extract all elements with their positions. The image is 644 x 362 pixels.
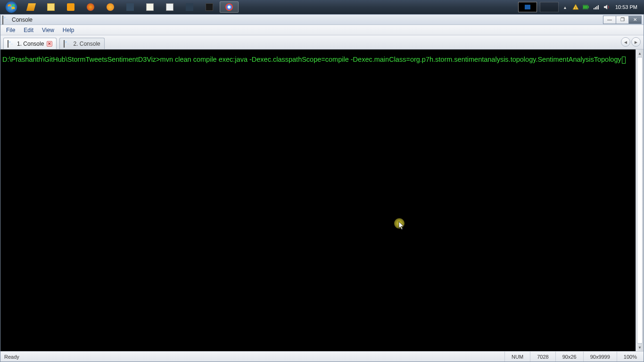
menu-help[interactable]: Help (59, 26, 78, 34)
app-icon (206, 3, 213, 11)
svg-rect-7 (596, 6, 597, 9)
titlebar[interactable]: Console — ❐ ✕ (0, 15, 644, 25)
taskbar-app-explorer[interactable] (41, 1, 60, 13)
console-icon (8, 41, 14, 47)
window-preview-inactive[interactable] (540, 2, 559, 12)
svg-rect-6 (595, 7, 596, 9)
taskbar-app-firefox[interactable] (81, 1, 100, 13)
battery-icon[interactable] (582, 3, 590, 11)
app-icon (26, 3, 36, 11)
menubar: File Edit View Help (0, 25, 644, 35)
terminal-prompt: D:\Prashanth\GitHub\StormTweetsSentiment… (2, 56, 160, 63)
tabbar: 1. Console ✕ 2. Console ◄ ► (0, 35, 644, 49)
tab-label: 1. Console (17, 41, 44, 47)
close-button[interactable]: ✕ (628, 16, 642, 24)
terminal-cursor (622, 57, 626, 64)
taskbar-app-5[interactable] (101, 1, 120, 13)
tab-label: 2. Console (73, 41, 100, 47)
svg-rect-5 (594, 8, 594, 9)
status-zoom: 100% (617, 352, 644, 362)
network-icon[interactable] (593, 3, 600, 11)
menu-view[interactable]: View (38, 26, 58, 34)
terminal-area: D:\Prashanth\GitHub\StormTweetsSentiment… (0, 49, 644, 351)
window-preview-active[interactable] (518, 2, 537, 12)
shield-warning-icon[interactable]: ! (572, 3, 579, 11)
tab-console-1[interactable]: 1. Console ✕ (3, 38, 57, 49)
tab-prev-button[interactable]: ◄ (621, 37, 630, 47)
svg-point-0 (6, 1, 17, 13)
tab-navigation: ◄ ► (621, 37, 641, 47)
system-tray: ▴ ! 10:53 PM (514, 0, 643, 14)
tray-expand-icon[interactable]: ▴ (561, 3, 569, 11)
taskbar-app-1[interactable] (22, 1, 41, 13)
chrome-icon (225, 3, 233, 11)
app-icon (146, 3, 154, 11)
svg-rect-8 (598, 5, 599, 9)
tab-close-icon[interactable]: ✕ (47, 41, 52, 47)
windows-logo-icon (5, 1, 17, 13)
taskbar-app-3[interactable] (61, 1, 80, 13)
taskbar-items (22, 0, 514, 14)
app-icon (67, 3, 74, 11)
scroll-down-icon[interactable]: ▼ (636, 344, 644, 351)
svg-rect-3 (588, 6, 589, 8)
window-title: Console (12, 16, 603, 23)
minimize-button[interactable]: — (603, 16, 616, 24)
scroll-up-icon[interactable]: ▲ (636, 49, 644, 57)
app-icon (107, 3, 114, 11)
system-clock[interactable]: 10:53 PM (613, 4, 639, 10)
menu-file[interactable]: File (2, 26, 19, 34)
tab-next-button[interactable]: ► (631, 37, 641, 47)
console-window: Console — ❐ ✕ File Edit View Help 1. Con… (0, 14, 644, 362)
start-button[interactable] (1, 0, 22, 14)
app-icon (166, 3, 173, 11)
terminal-output[interactable]: D:\Prashanth\GitHub\StormTweetsSentiment… (0, 49, 636, 351)
app-icon (186, 3, 193, 11)
terminal-command: mvn clean compile exec:java -Dexec.class… (160, 56, 621, 63)
taskbar-app-7[interactable] (140, 1, 159, 13)
status-message: Ready (0, 354, 504, 360)
maximize-button[interactable]: ❐ (616, 16, 629, 24)
windows-taskbar: ▴ ! 10:53 PM (0, 0, 644, 14)
status-pid: 7028 (530, 352, 555, 362)
taskbar-app-6[interactable] (121, 1, 140, 13)
console-icon (64, 41, 70, 47)
taskbar-app-8[interactable] (160, 1, 179, 13)
terminal-scrollbar[interactable]: ▲ ▼ (636, 49, 644, 351)
app-icon (126, 3, 134, 11)
taskbar-app-10[interactable] (200, 1, 219, 13)
tab-console-2[interactable]: 2. Console (59, 38, 104, 49)
menu-edit[interactable]: Edit (20, 26, 37, 34)
svg-rect-4 (583, 6, 587, 8)
statusbar: Ready NUM 7028 90x26 90x9999 100% (0, 351, 644, 362)
taskbar-app-9[interactable] (180, 1, 199, 13)
console-icon (2, 16, 10, 24)
volume-icon[interactable] (603, 3, 611, 11)
folder-icon (47, 3, 55, 11)
status-buffer: 90x9999 (583, 352, 617, 362)
window-controls: — ❐ ✕ (603, 16, 642, 24)
taskbar-app-chrome[interactable] (220, 1, 239, 13)
svg-text:!: ! (575, 6, 576, 10)
firefox-icon (87, 3, 94, 11)
status-numlock: NUM (504, 352, 530, 362)
status-dimensions: 90x26 (555, 352, 583, 362)
